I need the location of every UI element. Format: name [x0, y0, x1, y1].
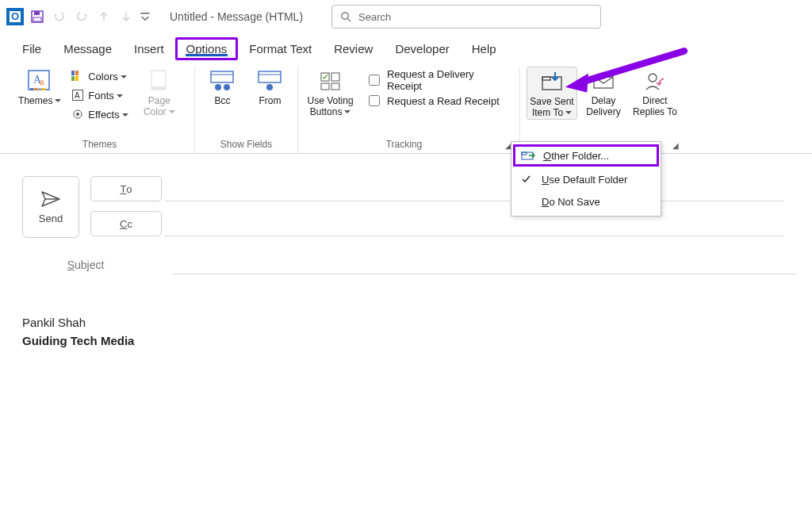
- svg-rect-15: [75, 76, 79, 81]
- effects-button[interactable]: Effects: [67, 105, 132, 124]
- tab-insert[interactable]: Insert: [123, 37, 175, 60]
- svg-rect-11: [42, 88, 45, 90]
- search-icon: [340, 11, 352, 23]
- group-label-themes: Themes: [82, 137, 117, 153]
- save-sent-item-to-button[interactable]: Save Sent Item To: [527, 67, 577, 120]
- svg-point-28: [266, 84, 273, 90]
- undo-qat-button[interactable]: [51, 8, 68, 25]
- delivery-receipt-input[interactable]: [369, 75, 380, 86]
- svg-rect-13: [75, 71, 79, 75]
- save-sent-dropdown: Other Folder... Use Default Folder Do No…: [511, 141, 661, 217]
- svg-point-24: [215, 84, 221, 90]
- window-title: Untitled - Message (HTML): [170, 10, 303, 23]
- from-icon: [257, 68, 284, 94]
- tab-file[interactable]: File: [11, 37, 52, 60]
- group-tracking: Use Voting Buttons Request a Delivery Re…: [298, 67, 520, 153]
- svg-rect-30: [331, 73, 339, 81]
- svg-text:A: A: [75, 91, 80, 100]
- tab-developer[interactable]: Developer: [384, 37, 460, 60]
- svg-rect-2: [33, 17, 41, 21]
- svg-rect-38: [522, 152, 527, 155]
- signature-name: Pankil Shah: [22, 314, 796, 332]
- tab-options[interactable]: Options: [175, 37, 239, 60]
- colors-icon: [71, 69, 85, 83]
- next-item-qat-button[interactable]: [117, 8, 135, 25]
- cc-field[interactable]: [165, 211, 783, 236]
- page-color-button[interactable]: Page Color: [135, 67, 184, 118]
- send-button[interactable]: Send: [22, 176, 79, 238]
- svg-point-25: [224, 84, 230, 90]
- svg-point-36: [649, 74, 657, 82]
- svg-rect-1: [34, 11, 40, 15]
- to-field[interactable]: [165, 176, 783, 201]
- cc-button[interactable]: Cc: [90, 211, 162, 236]
- fonts-icon: A: [71, 88, 85, 102]
- check-icon: [519, 173, 534, 186]
- tab-message[interactable]: Message: [52, 37, 123, 60]
- more-options-dialog-launcher[interactable]: ◢: [672, 141, 682, 153]
- svg-rect-33: [542, 77, 561, 90]
- read-receipt-checkbox[interactable]: Request a Read Receipt: [361, 90, 515, 111]
- svg-text:a: a: [40, 78, 44, 86]
- colors-button[interactable]: Colors: [67, 67, 132, 86]
- search-box[interactable]: Search: [331, 5, 601, 29]
- svg-rect-9: [34, 88, 37, 90]
- menu-use-default-folder[interactable]: Use Default Folder: [511, 168, 661, 190]
- group-show-fields: Bcc From Show Fields: [195, 67, 298, 153]
- delivery-receipt-checkbox[interactable]: Request a Delivery Receipt: [361, 70, 515, 90]
- read-receipt-input[interactable]: [369, 95, 380, 106]
- bcc-icon: [209, 68, 236, 94]
- svg-rect-26: [259, 71, 281, 82]
- svg-line-4: [347, 18, 350, 21]
- redo-qat-button[interactable]: [73, 8, 90, 25]
- themes-icon: Aa: [26, 68, 53, 94]
- fonts-button[interactable]: A Fonts: [67, 86, 132, 105]
- svg-rect-8: [30, 88, 33, 90]
- tab-format-text[interactable]: Format Text: [238, 37, 323, 60]
- search-placeholder: Search: [358, 11, 391, 23]
- svg-rect-34: [542, 77, 550, 80]
- svg-rect-31: [321, 83, 329, 90]
- to-button[interactable]: To: [90, 176, 162, 201]
- send-icon: [40, 190, 61, 208]
- qat-customize-chevron[interactable]: [140, 8, 151, 25]
- menu-other-folder[interactable]: Other Folder...: [513, 144, 659, 167]
- direct-replies-button[interactable]: Direct Replies To: [630, 67, 680, 118]
- svg-point-3: [342, 12, 348, 18]
- ribbon-options: Aa Themes Colors A Fonts Effects: [0, 63, 812, 154]
- svg-point-19: [76, 113, 79, 116]
- subject-label: Subject: [22, 259, 149, 271]
- tab-review[interactable]: Review: [323, 37, 384, 60]
- group-themes: Aa Themes Colors A Fonts Effects: [5, 67, 195, 153]
- delay-delivery-icon: [590, 68, 617, 94]
- direct-replies-icon: [642, 68, 668, 94]
- outlook-app-icon: [6, 8, 24, 25]
- themes-button[interactable]: Aa Themes: [15, 67, 64, 106]
- svg-rect-12: [71, 71, 75, 75]
- save-qat-button[interactable]: [29, 8, 46, 25]
- voting-icon: [317, 68, 344, 94]
- svg-rect-21: [151, 86, 166, 90]
- other-folder-icon: [521, 149, 535, 162]
- page-color-icon: [146, 68, 173, 94]
- effects-icon: [71, 107, 85, 121]
- svg-rect-10: [38, 88, 41, 90]
- svg-rect-22: [211, 71, 233, 82]
- save-sent-icon: [538, 69, 565, 94]
- delay-delivery-button[interactable]: Delay Delivery: [580, 67, 626, 118]
- title-bar: Untitled - Message (HTML) Search: [0, 0, 812, 33]
- subject-field[interactable]: [173, 255, 796, 274]
- svg-rect-32: [331, 83, 339, 90]
- group-label-show-fields: Show Fields: [220, 137, 272, 153]
- prev-item-qat-button[interactable]: [95, 8, 113, 25]
- group-label-tracking: Tracking: [303, 137, 505, 153]
- use-voting-button[interactable]: Use Voting Buttons: [303, 67, 358, 118]
- ribbon-tabs: File Message Insert Options Format Text …: [0, 33, 812, 63]
- signature-company: Guiding Tech Media: [22, 332, 796, 351]
- bcc-button[interactable]: Bcc: [201, 67, 245, 106]
- message-body[interactable]: Pankil Shah Guiding Tech Media: [22, 314, 796, 350]
- from-button[interactable]: From: [248, 67, 293, 106]
- svg-rect-14: [71, 76, 75, 81]
- tab-help[interactable]: Help: [461, 37, 508, 60]
- menu-do-not-save[interactable]: Do Not Save: [511, 190, 661, 213]
